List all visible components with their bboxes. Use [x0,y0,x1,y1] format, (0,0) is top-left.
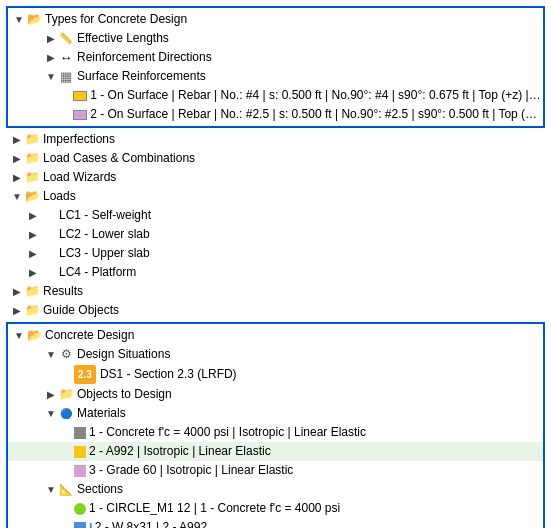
reinforcement-directions-label: Reinforcement Directions [77,49,212,66]
loads-arrow [10,188,24,205]
lc3-label: LC3 - Upper slab [59,245,150,262]
ds1-badge: 2.3 [74,365,96,384]
surface-reinforcements-label: Surface Reinforcements [77,68,206,85]
mat1-item[interactable]: 1 - Concrete f'c = 4000 psi | Isotropic … [8,423,543,442]
results-item[interactable]: Results [6,282,545,301]
guide-objects-arrow [10,302,24,319]
surf1-color-icon [73,91,87,101]
reinforcement-directions-item[interactable]: Reinforcement Directions [8,48,543,67]
lc2-label: LC2 - Lower slab [59,226,150,243]
materials-icon [58,406,74,422]
lc2-icon [40,227,56,243]
loads-item[interactable]: Loads [6,187,545,206]
guide-objects-folder-icon [24,303,40,319]
results-label: Results [43,283,83,300]
mat2-item[interactable]: 2 - A992 | Isotropic | Linear Elastic [8,442,543,461]
types-arrow [12,11,26,28]
mat3-item[interactable]: 3 - Grade 60 | Isotropic | Linear Elasti… [8,461,543,480]
ds1-label: DS1 - Section 2.3 (LRFD) [100,366,237,383]
surface-2-item[interactable]: 2 - On Surface | Rebar | No.: #2.5 | s: … [8,105,543,124]
surface-1-item[interactable]: 1 - On Surface | Rebar | No.: #4 | s: 0.… [8,86,543,105]
load-wizards-folder-icon [24,170,40,186]
load-cases-item[interactable]: Load Cases & Combinations [6,149,545,168]
sec2-item[interactable]: I 2 - W 8x31 | 2 - A992 [8,518,543,528]
load-wizards-label: Load Wizards [43,169,116,186]
surface-icon [58,69,74,85]
guide-objects-item[interactable]: Guide Objects [6,301,545,320]
arrows-icon [58,50,74,66]
sec1-circle-icon [74,503,86,515]
effective-lengths-item[interactable]: Effective Lengths [8,29,543,48]
lc1-icon [40,208,56,224]
sec2-color-icon [74,522,86,529]
lc3-icon [40,246,56,262]
imperfections-item[interactable]: Imperfections [6,130,545,149]
mat3-color-icon [74,465,86,477]
loads-label: Loads [43,188,76,205]
lc4-item[interactable]: LC4 - Platform [6,263,545,282]
sec2-label: 2 - W 8x31 | 2 - A992 [95,519,208,528]
objects-to-design-icon [58,387,74,403]
materials-label: Materials [77,405,126,422]
lc4-label: LC4 - Platform [59,264,136,281]
surface-reinforcements-item[interactable]: Surface Reinforcements [8,67,543,86]
design-situations-item[interactable]: Design Situations [8,345,543,364]
load-cases-label: Load Cases & Combinations [43,150,195,167]
materials-arrow [44,405,58,422]
types-folder-icon [26,12,42,28]
effective-lengths-label: Effective Lengths [77,30,169,47]
surf2-color-icon [73,110,87,120]
reinforcement-directions-arrow [44,49,58,66]
load-wizards-item[interactable]: Load Wizards [6,168,545,187]
loads-folder-icon [24,189,40,205]
ds1-item[interactable]: 2.3 DS1 - Section 2.3 (LRFD) [8,364,543,385]
mat1-color-icon [74,427,86,439]
objects-to-design-label: Objects to Design [77,386,172,403]
middle-items: Imperfections Load Cases & Combinations … [6,130,545,320]
ruler-icon [58,31,74,47]
surface-reinforcements-arrow [44,68,58,85]
design-situations-icon [58,347,74,363]
lc2-item[interactable]: LC2 - Lower slab [6,225,545,244]
sec1-item[interactable]: 1 - CIRCLE_M1 12 | 1 - Concrete f'c = 40… [8,499,543,518]
mat2-label: 2 - A992 | Isotropic | Linear Elastic [89,443,271,460]
guide-objects-label: Guide Objects [43,302,119,319]
lc1-label: LC1 - Self-weight [59,207,151,224]
effective-lengths-arrow [44,30,58,47]
concrete-design-arrow [12,327,26,344]
concrete-design-folder-icon [26,328,42,344]
surf1-label: 1 - On Surface | Rebar | No.: #4 | s: 0.… [90,87,543,104]
load-cases-arrow [10,150,24,167]
sections-icon [58,482,74,498]
lc3-arrow [26,245,40,262]
mat1-label: 1 - Concrete f'c = 4000 psi | Isotropic … [89,424,366,441]
lc4-icon [40,265,56,281]
concrete-design-section: Concrete Design Design Situations 2.3 DS… [6,322,545,528]
concrete-design-label: Concrete Design [45,327,134,344]
sec1-label: 1 - CIRCLE_M1 12 | 1 - Concrete f'c = 40… [89,500,340,517]
lc2-arrow [26,226,40,243]
load-cases-folder-icon [24,151,40,167]
lc1-arrow [26,207,40,224]
design-situations-label: Design Situations [77,346,170,363]
concrete-design-item[interactable]: Concrete Design [8,326,543,345]
sections-label: Sections [77,481,123,498]
types-for-concrete-design-item[interactable]: Types for Concrete Design [8,10,543,29]
results-folder-icon [24,284,40,300]
mat2-color-icon [74,446,86,458]
lc4-arrow [26,264,40,281]
types-for-concrete-design-section: Types for Concrete Design Effective Leng… [6,6,545,128]
design-situations-arrow [44,346,58,363]
results-arrow [10,283,24,300]
tree-container: Types for Concrete Design Effective Leng… [0,0,551,528]
types-label: Types for Concrete Design [45,11,187,28]
lc1-item[interactable]: LC1 - Self-weight [6,206,545,225]
objects-to-design-arrow [44,386,58,403]
sections-item[interactable]: Sections [8,480,543,499]
objects-to-design-item[interactable]: Objects to Design [8,385,543,404]
imperfections-label: Imperfections [43,131,115,148]
lc3-item[interactable]: LC3 - Upper slab [6,244,545,263]
materials-item[interactable]: Materials [8,404,543,423]
surf2-label: 2 - On Surface | Rebar | No.: #2.5 | s: … [90,106,543,123]
imperfections-folder-icon [24,132,40,148]
